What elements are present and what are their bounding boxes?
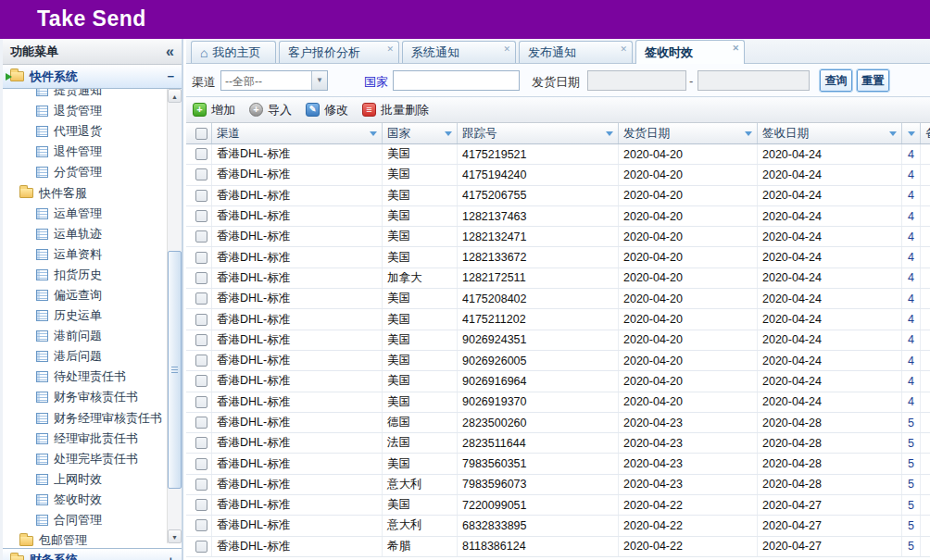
- app: Take Send 功能菜单 « 快件系统 − 提货通知退货管理代理退货退件管理…: [0, 0, 930, 560]
- sort-arrow-icon[interactable]: [370, 131, 377, 136]
- column-header-ship_date[interactable]: 发货日期: [619, 123, 758, 143]
- column-header-note[interactable]: 备: [921, 123, 930, 143]
- sidebar-item[interactable]: 偏远查询: [3, 285, 166, 305]
- sidebar-collapse-icon[interactable]: «: [166, 44, 174, 60]
- cell-country: 美国: [383, 289, 458, 308]
- row-checkbox[interactable]: [195, 210, 207, 222]
- sidebar-item[interactable]: 运单资料: [3, 244, 166, 265]
- row-checkbox[interactable]: [195, 252, 207, 264]
- scroll-down-icon[interactable]: ▼: [168, 529, 182, 543]
- column-header-country[interactable]: 国家: [383, 123, 458, 143]
- cell-country: 美国: [383, 454, 458, 473]
- sidebar-item[interactable]: 包邮管理: [3, 530, 166, 548]
- column-header-sign_date[interactable]: 签收日期: [758, 123, 902, 143]
- tab-label: 签收时效: [645, 44, 693, 61]
- cell-country: 美国: [383, 330, 458, 350]
- row-checkbox[interactable]: [195, 355, 207, 367]
- toolbar-button-import[interactable]: +导入: [249, 102, 292, 118]
- sort-arrow-icon[interactable]: [445, 131, 452, 136]
- sidebar-item[interactable]: 历史运单: [3, 305, 166, 326]
- sidebar-item[interactable]: 财务审核责任书: [3, 387, 166, 407]
- sidebar-item[interactable]: 退货管理: [3, 101, 166, 121]
- row-checkbox[interactable]: [195, 417, 207, 429]
- sidebar-item[interactable]: 上网时效: [3, 469, 166, 490]
- row-checkbox[interactable]: [195, 314, 207, 326]
- column-header-channel[interactable]: 渠道: [212, 123, 383, 143]
- expand-section-icon[interactable]: +: [167, 554, 174, 560]
- cell-tracking: 7983596073: [458, 475, 619, 494]
- sidebar-item[interactable]: 签收时效: [3, 490, 166, 510]
- sidebar-item[interactable]: 运单管理: [3, 204, 166, 224]
- sort-arrow-icon[interactable]: [908, 131, 915, 136]
- cell-channel: 香港DHL-标准: [212, 186, 383, 205]
- sidebar-item[interactable]: 扣货历史: [3, 265, 166, 285]
- select-all-checkbox[interactable]: [195, 128, 207, 140]
- sidebar-item[interactable]: 经理审批责任书: [3, 429, 166, 449]
- scroll-up-icon[interactable]: ▲: [168, 89, 182, 103]
- sidebar-item[interactable]: 待处理责任书: [3, 367, 166, 387]
- tab-3[interactable]: 发布通知✕: [519, 41, 633, 63]
- cell-text: 香港DHL-标准: [217, 435, 290, 451]
- scrollbar-thumb[interactable]: [168, 251, 182, 489]
- tab-close-icon[interactable]: ✕: [620, 44, 627, 54]
- row-checkbox[interactable]: [195, 499, 207, 511]
- sidebar-scrollbar[interactable]: ▲ ▼: [167, 89, 182, 543]
- country-input[interactable]: [393, 70, 520, 91]
- cell-text: 意大利: [387, 517, 422, 533]
- row-checkbox[interactable]: [195, 168, 207, 180]
- row-checkbox[interactable]: [195, 375, 207, 387]
- sidebar-item[interactable]: 合同管理: [3, 510, 166, 530]
- sidebar-item[interactable]: 代理退货: [3, 121, 166, 142]
- date-from-input[interactable]: [587, 70, 686, 91]
- column-header-days[interactable]: [902, 123, 921, 143]
- cell-text: 5: [908, 540, 914, 553]
- tab-close-icon[interactable]: ✕: [732, 44, 739, 53]
- column-header-tracking[interactable]: 跟踪号: [458, 123, 619, 143]
- tab-4[interactable]: 签收时效✕: [635, 40, 745, 64]
- sidebar-section-express[interactable]: 快件系统 −: [3, 65, 182, 89]
- reset-button[interactable]: 重置: [857, 69, 889, 92]
- sidebar-item[interactable]: 港前问题: [3, 326, 166, 346]
- row-checkbox[interactable]: [195, 292, 207, 305]
- sidebar-item[interactable]: 提货通知: [3, 89, 166, 101]
- row-checkbox[interactable]: [195, 190, 207, 202]
- tab-close-icon[interactable]: ✕: [386, 44, 394, 54]
- toolbar-button-add[interactable]: +增加: [193, 102, 235, 118]
- query-button[interactable]: 查询: [820, 69, 852, 92]
- sidebar-item[interactable]: 快件客服: [3, 182, 166, 203]
- row-checkbox[interactable]: [195, 541, 207, 553]
- sort-arrow-icon[interactable]: [745, 131, 752, 136]
- sidebar-item[interactable]: 港后问题: [3, 346, 166, 367]
- tab-2[interactable]: 系统通知✕: [402, 41, 516, 63]
- sidebar-item[interactable]: 运单轨迹: [3, 224, 166, 244]
- cell-text: 4: [908, 230, 914, 243]
- sort-arrow-icon[interactable]: [889, 131, 897, 136]
- toolbar-button-edit[interactable]: ✎修改: [306, 102, 348, 118]
- sidebar-section-finance[interactable]: 财务系统 +: [3, 548, 182, 560]
- row-checkbox[interactable]: [195, 230, 207, 243]
- row-checkbox[interactable]: [195, 272, 207, 284]
- toolbar-button-batch_delete[interactable]: ≡批量删除: [362, 102, 429, 118]
- row-checkbox[interactable]: [195, 437, 207, 449]
- tab-1[interactable]: 客户报价分析✕: [279, 41, 399, 63]
- row-checkbox[interactable]: [195, 519, 207, 531]
- dropdown-arrow-icon[interactable]: ▼: [311, 71, 327, 90]
- row-checkbox[interactable]: [195, 334, 207, 346]
- channel-select[interactable]: --全部-- ▼: [220, 70, 328, 91]
- sort-arrow-icon[interactable]: [606, 131, 613, 136]
- table-icon: [36, 126, 48, 137]
- table-row: 香港DHL-标准美国12821336722020-04-202020-04-24…: [186, 247, 930, 268]
- collapse-section-icon[interactable]: −: [167, 69, 174, 83]
- tab-label: 系统通知: [411, 44, 459, 61]
- tab-close-icon[interactable]: ✕: [503, 44, 510, 54]
- row-checkbox[interactable]: [195, 458, 207, 470]
- sidebar-item[interactable]: 退件管理: [3, 142, 166, 162]
- row-checkbox[interactable]: [195, 479, 207, 491]
- date-to-input[interactable]: [698, 70, 810, 91]
- sidebar-item[interactable]: 财务经理审核责任书: [3, 408, 166, 429]
- tab-0[interactable]: ⌂我的主页: [191, 41, 276, 63]
- row-checkbox[interactable]: [195, 148, 207, 160]
- sidebar-item[interactable]: 处理完毕责任书: [3, 449, 166, 469]
- sidebar-item[interactable]: 分货管理: [3, 162, 166, 182]
- row-checkbox[interactable]: [195, 396, 207, 408]
